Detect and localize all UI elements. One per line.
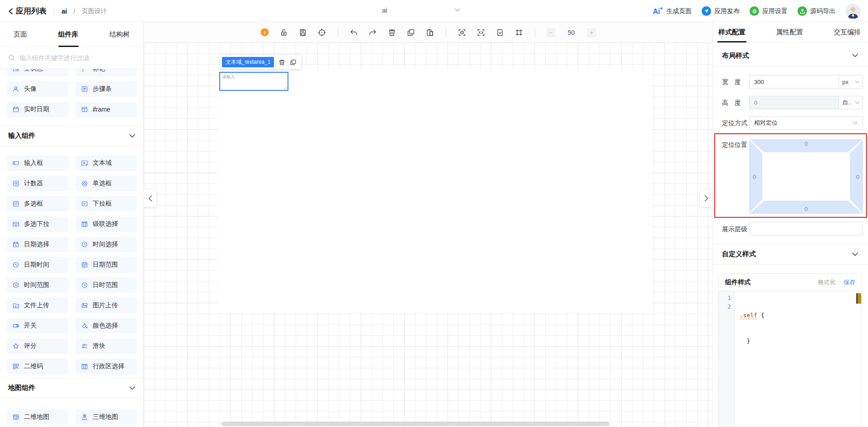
offset-right-value[interactable]: 0 <box>856 173 859 180</box>
component-qrcode[interactable]: 二维码 <box>7 359 68 374</box>
code-content[interactable]: .self { } <box>735 291 855 427</box>
duplicate-component-icon[interactable] <box>290 59 297 66</box>
position-mode-select[interactable]: 相对定位 <box>749 116 863 130</box>
zindex-input[interactable] <box>749 222 863 235</box>
chevron-down-icon[interactable] <box>455 8 460 12</box>
component-datetime[interactable]: 日期时间 <box>7 257 68 272</box>
horizontal-scrollbar[interactable] <box>222 422 609 426</box>
info-icon[interactable]: i <box>260 28 269 37</box>
component-date-picker[interactable]: 日期选择 <box>7 237 68 252</box>
overview-ruler[interactable] <box>856 292 861 426</box>
chevron-down-icon <box>129 134 135 138</box>
textarea-widget[interactable]: 请输入 <box>219 72 288 91</box>
section-layout-style[interactable]: 布局样式 <box>713 45 868 66</box>
component-time-range[interactable]: 时间范围 <box>7 277 68 293</box>
tab-structure-tree[interactable]: 结构树 <box>109 22 130 47</box>
line-numbers: 1 2 <box>719 291 735 427</box>
target-icon[interactable] <box>317 28 326 37</box>
breadcrumb-separator: / <box>74 8 75 15</box>
offset-left-value[interactable]: 0 <box>753 173 756 180</box>
component-textarea[interactable]: 文本域 <box>75 155 137 171</box>
page-artboard[interactable] <box>217 69 651 313</box>
component-region-select[interactable]: 行政区选择 <box>75 359 137 374</box>
redo-icon[interactable] <box>368 28 377 37</box>
height-input[interactable]: 0 <box>749 96 839 109</box>
section-input-components[interactable]: 输入组件 <box>0 126 143 146</box>
iframe-icon <box>81 106 88 113</box>
component-live-date[interactable]: 实时日期 <box>7 102 68 117</box>
component-3d-map[interactable]: 三维地图 <box>75 409 137 425</box>
width-unit-select[interactable]: px <box>839 75 863 89</box>
search-icon <box>8 54 15 61</box>
export-code-button[interactable]: 源码导出 <box>797 6 835 16</box>
format-button[interactable]: 格式化 <box>818 278 835 286</box>
component-switch[interactable]: 开关 <box>7 318 68 333</box>
delete-component-icon[interactable] <box>278 59 285 66</box>
section-custom-style[interactable]: 自定义样式 <box>713 244 868 265</box>
copy-icon[interactable] <box>406 28 415 37</box>
collapse-left-panel-handle[interactable] <box>144 190 156 207</box>
trash-icon[interactable] <box>387 28 396 37</box>
component-2d-map[interactable]: 二维地图 <box>7 409 68 425</box>
code-scan-icon[interactable] <box>476 28 486 37</box>
focus-scan-icon[interactable] <box>458 28 467 37</box>
component-image-upload[interactable]: 图片上传 <box>75 298 137 313</box>
selected-component-name[interactable]: 文本域_textarea_1 <box>222 57 274 67</box>
width-field: 300 px <box>749 75 863 89</box>
tab-style-config[interactable]: 样式配置 <box>717 22 746 42</box>
component-iframe[interactable]: iframe <box>75 102 137 117</box>
component-steps[interactable]: 步骤条 <box>75 81 137 97</box>
save-icon[interactable] <box>298 28 307 37</box>
offset-bottom-value[interactable]: 0 <box>804 206 807 212</box>
page-select[interactable]: ai <box>382 6 387 14</box>
tab-interaction-config[interactable]: 交互编排 <box>833 22 862 42</box>
component-time-picker[interactable]: 时间选择 <box>75 237 137 252</box>
css-code-editor[interactable]: 1 2 .self { } <box>719 291 862 427</box>
collapse-right-panel-handle[interactable] <box>700 190 712 207</box>
component-cascader[interactable]: 级联选择 <box>75 216 137 232</box>
section-map-components[interactable]: 地图组件 <box>0 378 143 398</box>
crop-icon[interactable] <box>514 28 524 37</box>
offset-top-value[interactable]: 0 <box>804 141 807 147</box>
tab-pages[interactable]: 页面 <box>14 22 27 47</box>
component-radio[interactable]: 单选框 <box>75 176 137 191</box>
doc-check-icon[interactable] <box>495 28 505 37</box>
component-avatar[interactable]: 头像 <box>7 81 68 97</box>
breadcrumb-app[interactable]: ai <box>61 7 67 15</box>
publish-app-button[interactable]: 应用发布 <box>702 6 740 16</box>
component-slider[interactable]: 滑块 <box>75 338 137 354</box>
tab-components[interactable]: 组件库 <box>58 22 79 47</box>
box-icon <box>12 69 19 72</box>
component-checkbox[interactable]: 多选框 <box>7 196 68 211</box>
unlock-check-icon[interactable] <box>279 28 288 37</box>
zoom-in-button[interactable]: + <box>587 28 596 37</box>
component-multi-select[interactable]: 多选下拉 <box>7 216 68 232</box>
component-empty-state[interactable]: 空状态 <box>7 69 68 76</box>
component-marker[interactable]: 标记 <box>75 69 137 76</box>
back-to-app-list-button[interactable]: 应用列表 <box>8 6 47 16</box>
component-input[interactable]: 输入框 <box>7 155 68 171</box>
component-rate[interactable]: 评分 <box>7 338 68 354</box>
app-settings-button[interactable]: 应用设置 <box>750 6 788 16</box>
component-color-picker[interactable]: 颜色选择 <box>75 318 137 333</box>
save-style-button[interactable]: 保存 <box>844 278 855 286</box>
component-date-range[interactable]: 日期范围 <box>75 257 137 272</box>
generate-page-button[interactable]: Ai 生成页面 <box>652 6 692 16</box>
component-counter[interactable]: 计数器 <box>7 176 68 191</box>
height-unit-select[interactable]: 自.. <box>839 96 863 109</box>
flag-icon <box>81 69 88 72</box>
width-input[interactable]: 300 <box>749 75 839 89</box>
sidebar-tabs: 页面 组件库 结构树 <box>0 22 143 47</box>
paste-icon[interactable] <box>425 28 434 37</box>
component-file-upload[interactable]: 文件上传 <box>7 298 68 313</box>
component-datetime-range[interactable]: 日时范围 <box>75 277 137 293</box>
user-avatar[interactable] <box>845 4 861 19</box>
undo-icon[interactable] <box>349 28 359 37</box>
multiselect-icon <box>12 221 19 228</box>
zoom-out-button[interactable]: − <box>547 28 556 37</box>
tab-property-config[interactable]: 属性配置 <box>775 22 804 42</box>
search-input[interactable] <box>19 54 128 61</box>
canvas-grid[interactable]: 文本域_textarea_1 请输入 <box>144 42 712 427</box>
component-select[interactable]: 下拉框 <box>75 196 137 211</box>
resize-handle-icon[interactable] <box>284 86 287 89</box>
